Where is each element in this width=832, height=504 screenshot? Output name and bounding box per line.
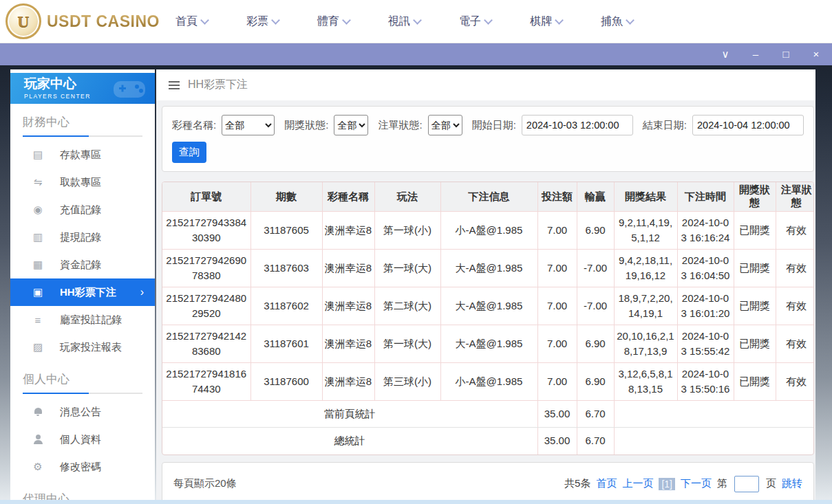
chevron-down-icon — [484, 16, 493, 25]
sidebar-item-label: 存款專區 — [60, 149, 101, 162]
sidebar-item[interactable]: ≡廳室投註記錄 — [23, 306, 142, 333]
sidebar-item[interactable]: ⚙修改密碼 — [23, 453, 142, 481]
table-cell: 澳洲幸运8 — [322, 212, 374, 250]
sidebar-item-label: 個人資料 — [60, 433, 101, 446]
column-header: 開獎結果 — [614, 182, 677, 212]
sidebar-item[interactable]: ▨玩家投注報表 — [23, 333, 142, 361]
sidebar-item[interactable]: ▦資金記錄 — [23, 251, 142, 278]
pagination-bar: 每頁顯示20條 共5条 首页 上一页 [1] 下一页 第 页 跳转 — [162, 462, 814, 504]
sidebar-item[interactable]: ▥提現記錄 — [23, 223, 142, 251]
sidebar-item-list: 消息公告個人資料⚙修改密碼 — [23, 398, 142, 481]
top-header: U USDT CASINO 首頁彩票體育視訊電子棋牌捕魚 — [0, 0, 832, 43]
sidebar-header: 玩家中心 PLAYERS CENTER — [10, 73, 155, 104]
sidebar-item-label: 廳室投註記錄 — [60, 314, 122, 327]
jump-button[interactable]: 跳转 — [782, 477, 802, 490]
table-cell: 20,10,16,2,18,17,13,9 — [614, 325, 677, 363]
column-header: 開獎狀態 — [734, 182, 776, 212]
table-cell: 已開獎 — [734, 212, 776, 250]
column-header: 訂單號 — [162, 182, 250, 212]
table-cell: 大-A盤@1.985 — [440, 250, 537, 287]
sidebar-item[interactable]: ▣HH彩票下注› — [10, 278, 155, 306]
table-cell: 已開獎 — [734, 287, 776, 325]
table-cell: 2024-10-03 16:16:24 — [677, 212, 734, 250]
end-date-input[interactable] — [692, 115, 804, 135]
window-minimize-icon[interactable]: – — [749, 49, 762, 59]
table-row: 215217279424802952031187602澳洲幸运8第二球(大)大-… — [162, 287, 814, 325]
sidebar-item-label: HH彩票下注 — [60, 286, 116, 299]
table-cell: -7.00 — [577, 250, 614, 287]
search-button[interactable]: 查詢 — [172, 142, 206, 163]
table-cell: 有效 — [776, 363, 814, 401]
table-cell: 第三球(小) — [374, 363, 440, 401]
next-page-link[interactable]: 下一页 — [681, 477, 712, 490]
table-cell: 第一球(小) — [374, 212, 440, 250]
window-maximize-icon[interactable]: □ — [780, 49, 792, 59]
lottery-name-label: 彩種名稱: — [172, 119, 216, 132]
moneybag-icon: ◉ — [31, 204, 45, 216]
main-nav: 首頁彩票體育視訊電子棋牌捕魚 — [175, 0, 633, 43]
per-page-text: 每頁顯示20條 — [173, 477, 237, 490]
sidebar-item[interactable]: ⇋取款專區 — [23, 168, 142, 196]
draw-status-label: 開獎狀態: — [284, 119, 328, 132]
table-cell: 31187601 — [250, 325, 322, 363]
nav-item-label: 視訊 — [388, 14, 410, 29]
table-cell: 第一球(大) — [374, 250, 440, 287]
table-cell: 有效 — [776, 325, 814, 363]
nav-item[interactable]: 電子 — [459, 14, 491, 29]
chevron-down-icon — [413, 16, 422, 25]
chevron-down-icon — [342, 16, 351, 25]
sidebar-section-label: 財務中心 — [23, 114, 142, 130]
summary-bet-total: 35.00 — [537, 428, 577, 454]
column-header: 投注額 — [537, 182, 577, 212]
draw-status-select[interactable]: 全部 — [334, 115, 368, 135]
start-date-input[interactable] — [522, 115, 633, 135]
end-date-label: 結束日期: — [643, 119, 687, 132]
table-cell: 有效 — [776, 250, 814, 287]
first-page-link[interactable]: 首页 — [596, 477, 617, 490]
table-cell: 31187602 — [250, 287, 322, 325]
window-chevron-down-icon[interactable]: ∨ — [719, 49, 732, 59]
table-cell: 6.90 — [577, 212, 614, 250]
table-cell: 9,4,2,18,11,19,16,12 — [614, 250, 677, 287]
nav-item[interactable]: 彩票 — [246, 14, 279, 29]
table-cell: 7.00 — [537, 287, 577, 325]
sidebar-item[interactable]: ◉充值記錄 — [23, 196, 142, 223]
wallet-icon: ▥ — [31, 231, 45, 243]
nav-item[interactable]: 棋牌 — [530, 14, 562, 29]
table-cell: 2152172794214283680 — [162, 325, 250, 363]
table-row: 215217279426907838031187603澳洲幸运8第一球(大)大-… — [162, 250, 814, 287]
table-cell: 澳洲幸运8 — [322, 250, 374, 287]
prev-page-link[interactable]: 上一页 — [622, 477, 653, 490]
table-cell: 大-A盤@1.985 — [440, 287, 537, 325]
gear-icon: ⚙ — [31, 461, 45, 473]
chevron-down-icon — [200, 16, 209, 25]
column-header: 下注信息 — [440, 182, 537, 212]
sidebar-item-label: 消息公告 — [60, 406, 101, 419]
sidebar-item-label: 充值記錄 — [60, 204, 101, 217]
window-close-icon[interactable]: × — [810, 49, 822, 59]
menu-icon[interactable] — [169, 79, 180, 91]
sidebar-item[interactable]: 消息公告 — [23, 398, 142, 426]
table-cell: 澳洲幸运8 — [322, 363, 374, 401]
order-status-select[interactable]: 全部 — [428, 115, 462, 135]
column-header: 玩法 — [374, 182, 440, 212]
table-cell: 已開獎 — [734, 363, 776, 401]
sidebar-section-underline — [23, 393, 142, 394]
page-number-input[interactable] — [734, 476, 759, 492]
nav-item[interactable]: 捕魚 — [601, 14, 633, 29]
table-cell: 已開獎 — [734, 250, 776, 287]
summary-label: 總統計 — [162, 428, 537, 454]
nav-item[interactable]: 首頁 — [175, 14, 208, 29]
sidebar-item[interactable]: ▤存款專區 — [23, 141, 142, 168]
nav-item[interactable]: 體育 — [317, 14, 350, 29]
order-status-label: 注單狀態: — [378, 119, 422, 132]
table-cell: 2152172794248029520 — [162, 287, 250, 325]
table-row: 215217279421428368031187601澳洲幸运8第一球(大)大-… — [162, 325, 814, 363]
sidebar-item[interactable]: 個人資料 — [23, 426, 142, 453]
table-cell: 31187603 — [250, 250, 322, 287]
summary-empty — [614, 401, 814, 428]
bet-table: 訂單號期數彩種名稱玩法下注信息投注額輸贏開獎結果下注時間開獎狀態注單狀態 215… — [162, 182, 814, 454]
lottery-name-select[interactable]: 全部 — [222, 115, 275, 135]
coin-logo-icon: U — [6, 3, 41, 39]
nav-item[interactable]: 視訊 — [388, 14, 420, 29]
